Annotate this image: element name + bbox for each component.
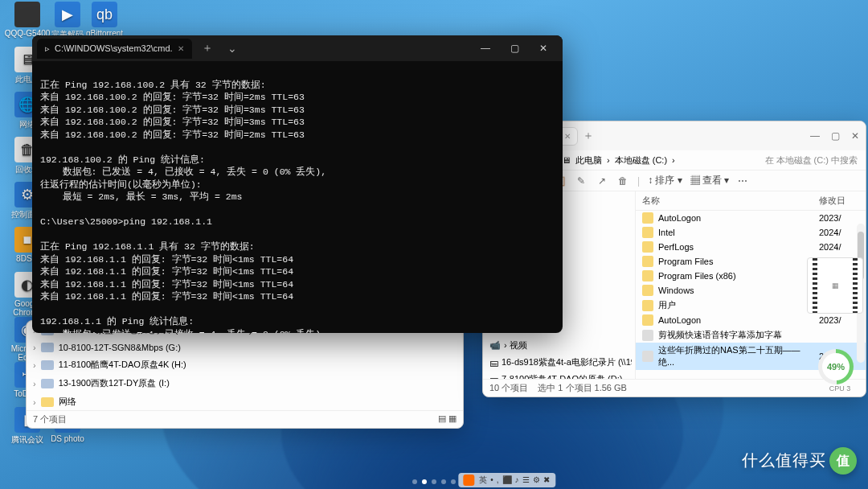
- drive-item[interactable]: ›11-8100酷鹰4T-DAO原盘4K (H:): [27, 355, 463, 374]
- ime-segment[interactable]: ✖: [542, 475, 551, 484]
- column-name[interactable]: 名称: [642, 195, 813, 207]
- sidebar-item[interactable]: 🖴7-8100紫盘4T-DAO的原盘 (D:): [486, 371, 632, 379]
- ime-toolbar[interactable]: 英•,⬛♪☰⚙✖: [458, 473, 555, 487]
- drive-label: 11-8100酷鹰4T-DAO原盘4K (H:): [59, 359, 186, 371]
- disk-icon: [41, 360, 54, 370]
- ime-segment[interactable]: ⚙: [531, 475, 542, 484]
- slideshow-dots[interactable]: [412, 479, 456, 484]
- sidebar-item[interactable]: 🖴16-ds918紫盘4t-a电影纪录片 (\\192.168.100.139): [486, 354, 632, 371]
- disk-icon: [41, 379, 54, 388]
- sidebar-icon: 🖴: [489, 358, 498, 368]
- app-icon: ▶: [55, 2, 80, 27]
- file-name: Intel: [658, 228, 814, 237]
- status-item-count: 7 个项目: [33, 413, 67, 425]
- sidebar-label: 16-ds918紫盘4t-a电影纪录片 (\\192.168.100.139): [502, 356, 632, 368]
- file-date: 2023/: [819, 213, 859, 223]
- folder-icon: [642, 241, 653, 253]
- file-name: Program Files (x86): [658, 271, 814, 281]
- minimize-button[interactable]: —: [810, 130, 820, 142]
- sort-button[interactable]: ↕ 排序 ▾: [648, 174, 682, 187]
- app-icon: [14, 2, 40, 27]
- file-name: AutoLogon: [658, 315, 814, 325]
- chevron-icon: ›: [33, 360, 36, 370]
- cmd-icon: ▹: [45, 43, 50, 54]
- folder-icon: [642, 300, 653, 311]
- file-name: AutoLogon: [658, 213, 814, 223]
- file-date: 2024/: [819, 242, 859, 252]
- file-row[interactable]: AutoLogon2023/: [636, 211, 866, 225]
- desktop-icon[interactable]: qbqBittorrent: [80, 2, 129, 38]
- video-thumbnail-preview: ▦: [807, 257, 863, 314]
- file-name: 剪视频快速语音转字幕添加字幕: [658, 329, 814, 341]
- file-row[interactable]: 剪视频快速语音转字幕添加字幕: [636, 327, 866, 343]
- app-icon: qb: [92, 2, 117, 27]
- sidebar-item[interactable]: 📹› 视频: [486, 337, 632, 354]
- icon-label: DS photo: [43, 434, 92, 443]
- terminal-output[interactable]: 正在 Ping 192.168.100.2 具有 32 字节的数据: 来自 19…: [32, 61, 563, 333]
- file-name: Program Files: [658, 257, 814, 266]
- folder-icon: [642, 270, 653, 281]
- drive-label: 10-8100-12T-SGN8&Mbps (G:): [59, 343, 181, 352]
- close-button[interactable]: ✕: [529, 38, 558, 59]
- cmd-window[interactable]: ▹ C:\WINDOWS\system32\cmd. ✕ ＋ ⌄ — ▢ ✕ 正…: [32, 35, 563, 333]
- file-name: 用户: [658, 299, 814, 311]
- chevron-icon: ›: [33, 343, 36, 352]
- close-button[interactable]: ✕: [851, 130, 859, 142]
- file-name: 这些年折腾过的NAS第二十五期——绝...: [658, 344, 814, 368]
- sogou-ime-icon[interactable]: [463, 475, 474, 486]
- close-tab-icon[interactable]: ✕: [178, 44, 184, 53]
- file-icon: [642, 330, 653, 341]
- file-row[interactable]: Intel2024/: [636, 225, 866, 240]
- file-name: Windows: [658, 286, 814, 295]
- cmd-titlebar[interactable]: ▹ C:\WINDOWS\system32\cmd. ✕ ＋ ⌄ — ▢ ✕: [32, 35, 563, 61]
- minimize-button[interactable]: —: [471, 38, 500, 59]
- folder-icon: [642, 314, 653, 326]
- folder-icon: [642, 285, 653, 296]
- folder-icon: [41, 397, 54, 407]
- home-icon[interactable]: 🖥: [562, 155, 571, 165]
- chevron-icon: ›: [33, 397, 36, 407]
- maximize-button[interactable]: ▢: [831, 130, 840, 142]
- explorer-left-window[interactable]: ›16-ds918紫盘4t-a电影纪录片 (\\192.168.100.139)…: [26, 320, 464, 429]
- close-tab-icon[interactable]: ✕: [564, 132, 571, 141]
- ime-segment[interactable]: ☰: [521, 475, 531, 484]
- new-tab-button[interactable]: ＋: [197, 41, 218, 55]
- drive-label: 网络: [59, 396, 76, 408]
- breadcrumb-item[interactable]: 此电脑: [575, 154, 602, 166]
- ime-segment[interactable]: 英: [477, 475, 489, 484]
- drive-item[interactable]: ›10-8100-12T-SGN8&Mbps (G:): [27, 339, 463, 355]
- sidebar-label: 7-8100紫盘4T-DAO的原盘 (D:): [502, 373, 622, 379]
- drive-item[interactable]: ›13-1900西数12T-DY原盘 (I:): [27, 374, 463, 392]
- new-tab-button[interactable]: ＋: [583, 129, 594, 143]
- file-name: PerfLogs: [658, 242, 814, 252]
- ime-segment[interactable]: ♪: [514, 475, 521, 484]
- maximize-button[interactable]: ▢: [500, 38, 529, 59]
- status-selection: 选中 1 个项目 1.56 GB: [538, 382, 627, 394]
- file-row[interactable]: AutoLogon2023/: [636, 313, 866, 327]
- delete-icon[interactable]: 🗑: [616, 175, 629, 187]
- more-button[interactable]: ⋯: [738, 175, 747, 187]
- watermark-text: 什么值得买: [742, 450, 826, 471]
- rename-icon[interactable]: ✎: [575, 175, 588, 187]
- disk-icon: [41, 343, 54, 352]
- search-field[interactable]: 在 本地磁盘 (C:) 中搜索: [765, 154, 858, 166]
- column-date[interactable]: 修改日: [819, 195, 859, 207]
- sidebar-label: › 视频: [504, 339, 527, 351]
- file-date: 2023/: [819, 315, 859, 325]
- ime-segment[interactable]: ⬛: [501, 475, 514, 484]
- cpu-widget[interactable]: 49% CPU 3: [818, 349, 862, 392]
- file-row[interactable]: PerfLogs2024/: [636, 240, 866, 254]
- chevron-icon: ›: [33, 379, 36, 388]
- file-date: 2024/: [819, 228, 859, 237]
- drive-item[interactable]: ›网络: [27, 392, 463, 410]
- drive-label: 13-1900西数12T-DY原盘 (I:): [59, 377, 170, 389]
- file-icon: [642, 351, 653, 362]
- breadcrumb-item[interactable]: 本地磁盘 (C:): [615, 154, 667, 166]
- folder-icon: [642, 227, 653, 238]
- share-icon[interactable]: ↗: [596, 175, 608, 187]
- ime-segment[interactable]: •: [489, 475, 495, 484]
- cmd-tab[interactable]: ▹ C:\WINDOWS\system32\cmd. ✕: [37, 39, 192, 59]
- view-mode-icons[interactable]: ▤ ▦: [438, 413, 457, 425]
- tab-dropdown-icon[interactable]: ⌄: [223, 42, 242, 55]
- view-button[interactable]: ▦ 查看 ▾: [690, 174, 730, 187]
